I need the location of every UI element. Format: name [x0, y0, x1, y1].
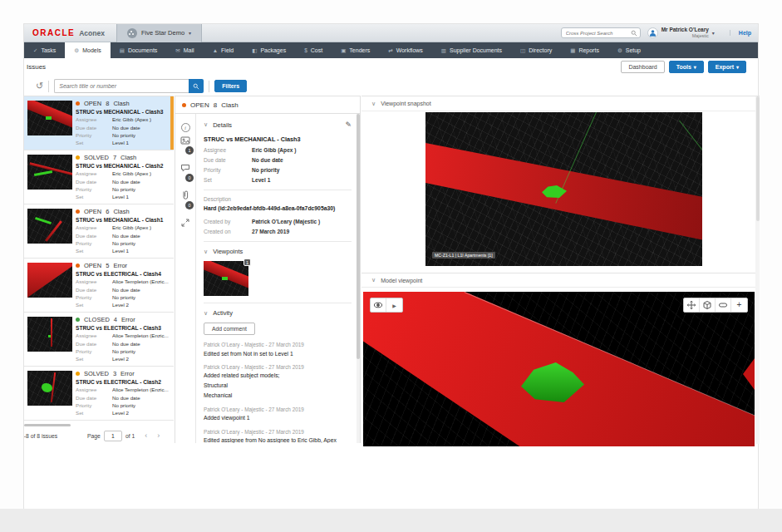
created-on-value: 27 March 2019: [252, 229, 289, 234]
nav-tab-label: Documents: [128, 47, 157, 53]
horizontal-scrollbar[interactable]: [24, 424, 71, 426]
nav-tab-mail[interactable]: ✉ Mail: [166, 42, 203, 58]
activity-text: Edited assignee from No assignee to Eric…: [204, 437, 352, 443]
pan-icon[interactable]: [684, 298, 700, 312]
issue-type: Error: [120, 371, 135, 377]
issue-title: STRUC vs MECHANICAL - Clash3: [76, 110, 170, 116]
issue-list-item[interactable]: CLOSED 4 Error STRUC vs ELECTRICAL - Cla…: [24, 313, 174, 367]
comments-icon[interactable]: [180, 162, 191, 173]
pagination-bar: 1-8 of 8 issues Page of 1 ‹ ›: [24, 428, 174, 444]
tools-button[interactable]: Tools▾: [669, 61, 704, 73]
issue-set: Level 2: [112, 411, 129, 416]
issue-detail-panel: OPEN 8 Clash i 1 0 0: [175, 96, 361, 443]
cross-project-search[interactable]: [561, 27, 641, 38]
nav-tab-icon: ⚙: [617, 47, 622, 54]
measure-icon[interactable]: [716, 298, 731, 312]
divider: [204, 241, 352, 242]
nav-tab-supplier-documents[interactable]: ▥ Supplier Documents: [432, 42, 511, 58]
activity-entry: Patrick O'Leary - Majestic - 27 March 20…: [204, 342, 352, 357]
nav-tab-icon: ◫: [520, 47, 525, 54]
page-toolbar: Issues Dashboard Tools▾ Export▾: [24, 58, 758, 76]
issue-search-input[interactable]: [54, 79, 189, 93]
status-dot: [182, 103, 186, 107]
viewpoint-thumb-image: [204, 261, 248, 296]
nav-tab-tasks[interactable]: ✓ Tasks: [24, 42, 65, 58]
activity-meta: Patrick O'Leary - Majestic - 27 March 20…: [204, 342, 352, 347]
nav-tab-icon: ⇄: [388, 47, 392, 54]
detail-scrollbar[interactable]: [357, 114, 360, 443]
nav-tab-label: Cost: [311, 47, 322, 53]
issue-list-item[interactable]: SOLVED 7 Clash STRUC vs MECHANICAL - Cla…: [24, 150, 174, 204]
issue-number: 6: [106, 209, 109, 215]
nav-tab-directory[interactable]: ◫ Directory: [511, 42, 561, 58]
issue-set: Level 1: [112, 140, 129, 145]
refresh-icon[interactable]: ↺: [36, 81, 43, 91]
issue-list-item[interactable]: OPEN 6 Clash STRUC vs MECHANICAL - Clash…: [24, 204, 174, 259]
related-items-icon[interactable]: [180, 217, 191, 228]
nav-tab-cost[interactable]: $ Cost: [295, 42, 332, 58]
status-dot: [76, 264, 80, 268]
activity-text: Added related subject models;: [204, 372, 352, 379]
user-menu[interactable]: Mr Patrick O'Leary Majestic ▾: [647, 27, 715, 38]
issue-priority: No priority: [112, 187, 135, 192]
search-button[interactable]: [189, 79, 204, 93]
model-viewport[interactable]: ▶ +: [363, 292, 755, 446]
visibility-eye-icon[interactable]: [371, 298, 386, 312]
main-nav: ✓ Tasks ⚙ Models ▤ Documents ✉ Mail ▲ Fi…: [24, 42, 758, 58]
viewpoint-thumbnail[interactable]: 1: [204, 261, 248, 296]
model-section-header[interactable]: ∨ Model viewpoint: [361, 273, 760, 288]
issue-list-item[interactable]: OPEN 8 Clash STRUC vs MECHANICAL - Clash…: [24, 96, 174, 150]
expand-arrow-icon[interactable]: ▶: [386, 298, 402, 312]
page-margin: [0, 509, 782, 532]
prev-page-icon[interactable]: ‹: [145, 432, 147, 440]
issue-list-item[interactable]: SOLVED 3 Error STRUC vs ELECTRICAL - Cla…: [24, 367, 174, 421]
nav-tab-field[interactable]: ▲ Field: [204, 42, 243, 58]
viewpoints-icon[interactable]: [180, 135, 191, 145]
zoom-in-icon[interactable]: +: [731, 298, 747, 312]
nav-tab-label: Reports: [578, 47, 599, 53]
attachments-icon[interactable]: [180, 190, 191, 200]
nav-tab-setup[interactable]: ⚙ Setup: [608, 42, 650, 58]
project-selector[interactable]: Five Star Demo ▾: [116, 24, 202, 42]
issue-list: OPEN 8 Clash STRUC vs MECHANICAL - Clash…: [24, 96, 174, 421]
snapshot-section-header[interactable]: ∨ Viewpoint snapshot: [361, 96, 760, 111]
issue-type: Clash: [113, 209, 129, 215]
issue-due-date: No due date: [112, 288, 140, 293]
next-page-icon[interactable]: ›: [157, 432, 160, 440]
page-title: Issues: [27, 63, 46, 71]
nav-tab-packages[interactable]: ◧ Packages: [243, 42, 295, 58]
add-comment-button[interactable]: Add comment: [204, 323, 255, 335]
user-avatar-icon: [647, 27, 658, 38]
cross-project-search-input[interactable]: [564, 30, 631, 37]
help-link[interactable]: Help: [730, 30, 751, 36]
activity-text: Mechanical: [204, 392, 352, 399]
info-icon[interactable]: i: [180, 122, 191, 133]
status-dot: [76, 318, 80, 322]
issue-assignee: Alice Templeton (Enzic...: [112, 279, 169, 284]
issue-number: 4: [114, 317, 117, 323]
viewpoint-snapshot-image[interactable]: MC-Z1-L1 | L1I Apartments [1]: [425, 112, 702, 266]
nav-tab-workflows[interactable]: ⇄ Workflows: [379, 42, 432, 58]
page-label: Page: [87, 433, 101, 439]
issue-title: STRUC vs ELECTRICAL - Clash3: [76, 326, 170, 332]
page-number-input[interactable]: [104, 431, 122, 441]
issue-type: Clash: [113, 101, 129, 107]
activity-entry: Patrick O'Leary - Majestic - 27 March 20…: [204, 429, 352, 443]
edit-pencil-icon[interactable]: ✎: [345, 121, 352, 129]
nav-tab-models[interactable]: ⚙ Models: [65, 42, 110, 58]
section-box-icon[interactable]: [700, 298, 716, 312]
dashboard-button[interactable]: Dashboard: [621, 61, 664, 73]
nav-tab-label: Field: [221, 47, 234, 53]
issue-list-panel: OPEN 8 Clash STRUC vs MECHANICAL - Clash…: [24, 96, 174, 443]
nav-tab-label: Directory: [529, 47, 552, 53]
nav-tab-reports[interactable]: ▦ Reports: [561, 42, 608, 58]
issue-status: OPEN: [84, 209, 101, 215]
issue-due-date: No due date: [112, 234, 140, 239]
nav-tab-tenders[interactable]: ▣ Tenders: [332, 42, 379, 58]
viewer-scrollbar[interactable]: [755, 96, 760, 444]
nav-tab-documents[interactable]: ▤ Documents: [111, 42, 167, 58]
filters-button[interactable]: Filters: [214, 80, 247, 92]
issue-list-item[interactable]: OPEN 5 Error STRUC vs ELECTRICAL - Clash…: [24, 259, 174, 313]
detail-set: Level 1: [252, 177, 270, 183]
export-button[interactable]: Export▾: [708, 61, 746, 73]
